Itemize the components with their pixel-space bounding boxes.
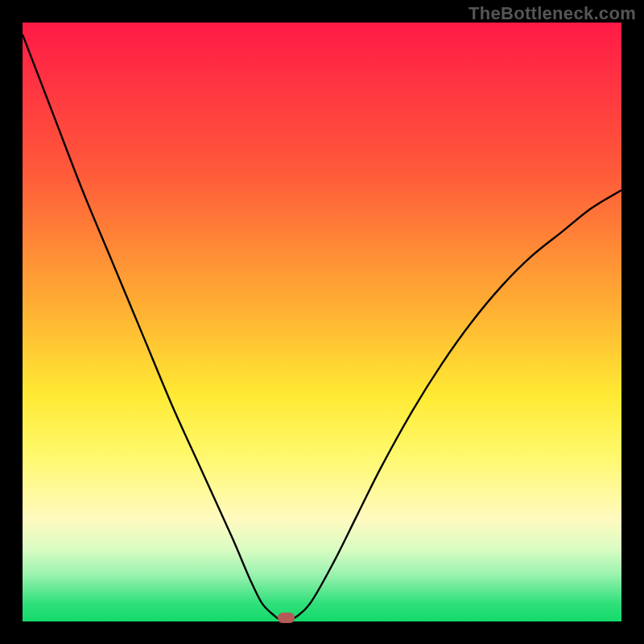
plot-area: [23, 23, 621, 621]
watermark-text: TheBottleneck.com: [469, 3, 636, 24]
bottleneck-curve: [23, 23, 621, 621]
minimum-marker: [278, 613, 295, 623]
curve-path: [23, 35, 621, 621]
chart-frame: TheBottleneck.com: [0, 0, 644, 644]
